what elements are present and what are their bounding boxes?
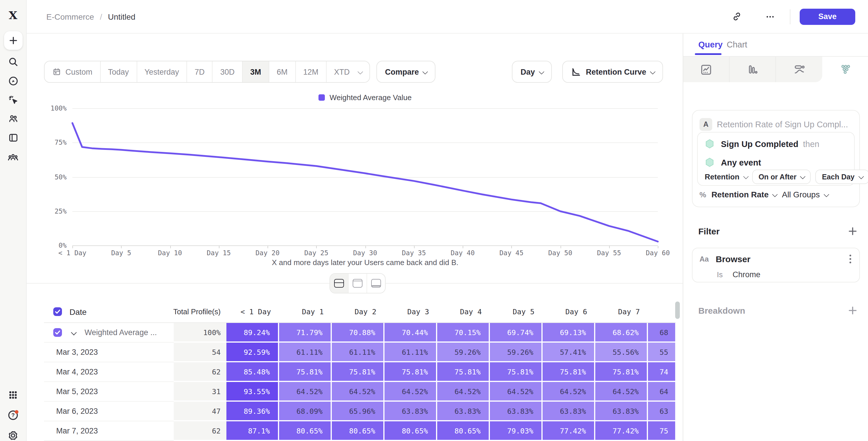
retention-cell[interactable]: 63.83% — [437, 402, 490, 421]
save-button[interactable]: Save — [800, 8, 855, 25]
event-a-name[interactable]: Sign Up Completed — [721, 139, 798, 149]
retention-cell[interactable]: 69.74% — [490, 323, 542, 343]
chart-legend[interactable]: Weighted Average Value — [72, 93, 658, 102]
retention-cell[interactable]: 63 — [648, 402, 675, 421]
filter-property[interactable]: Browser — [716, 254, 750, 264]
retention-cell[interactable]: 71.79% — [279, 323, 332, 343]
retention-cell[interactable]: 65.96% — [332, 402, 384, 421]
retention-cell[interactable]: 64.52% — [490, 382, 542, 402]
tab-query[interactable]: Query — [698, 33, 723, 56]
share-link-icon[interactable] — [728, 8, 745, 25]
retention-cell[interactable]: 75.81% — [595, 362, 648, 382]
retention-cell[interactable]: 74 — [648, 362, 675, 382]
query-title[interactable]: Retention Rate of Sign Up Compl... — [717, 120, 854, 129]
table-scrollbar[interactable] — [675, 302, 680, 319]
expand-chevron-icon[interactable] — [71, 329, 77, 335]
range-xtd[interactable]: XTD — [327, 61, 369, 82]
breadcrumb-section[interactable]: E-Commerce — [46, 12, 94, 21]
retention-cell[interactable]: 57.41% — [542, 343, 595, 362]
type-tab-line-chart-icon[interactable] — [683, 57, 730, 82]
tab-chart[interactable]: Chart — [727, 33, 747, 56]
range-12m[interactable]: 12M — [296, 61, 327, 82]
filter-card[interactable]: Aa Browser Is Chrome — [692, 248, 860, 282]
retention-cell[interactable]: 64.52% — [384, 382, 437, 402]
retention-cell[interactable]: 64.52% — [595, 382, 648, 402]
users-icon[interactable] — [6, 112, 20, 126]
groups-dropdown[interactable]: All Groups — [782, 190, 828, 199]
retention-cell[interactable]: 85.48% — [226, 362, 279, 382]
add-breakdown-button[interactable] — [846, 305, 858, 316]
retention-cell[interactable]: 70.44% — [384, 323, 437, 343]
retention-cell[interactable]: 69.13% — [542, 323, 595, 343]
retention-mode-dropdown[interactable]: Retention — [705, 172, 748, 181]
filter-value[interactable]: Chrome — [733, 270, 760, 279]
retention-cell[interactable]: 75.81% — [542, 362, 595, 382]
measure-dropdown[interactable]: Retention Rate — [711, 190, 777, 199]
more-options-icon[interactable] — [762, 8, 778, 25]
view-table-only-icon[interactable] — [367, 274, 385, 293]
granularity-dropdown[interactable]: Day — [512, 61, 552, 83]
retention-cell[interactable]: 77.42% — [595, 421, 648, 441]
view-split-icon[interactable] — [330, 274, 349, 293]
view-chart-only-icon[interactable] — [349, 274, 367, 293]
retention-cell[interactable]: 59.26% — [437, 343, 490, 362]
retention-cell[interactable]: 68.09% — [279, 402, 332, 421]
click-spark-icon[interactable] — [6, 93, 20, 107]
retention-cell[interactable]: 80.65% — [384, 421, 437, 441]
retention-cell[interactable]: 70.15% — [437, 323, 490, 343]
retention-cell[interactable]: 68 — [648, 323, 675, 343]
retention-cell[interactable]: 55.56% — [595, 343, 648, 362]
retention-cell[interactable]: 61.11% — [384, 343, 437, 362]
settings-gear-icon[interactable] — [6, 428, 20, 441]
retention-cell[interactable]: 77.42% — [542, 421, 595, 441]
create-new-button[interactable] — [4, 31, 22, 50]
retention-cell[interactable]: 89.36% — [226, 402, 279, 421]
type-tab-bar-chart-icon[interactable] — [730, 57, 776, 82]
search-icon[interactable] — [6, 55, 20, 69]
type-tab-flow-icon[interactable] — [776, 57, 822, 82]
retention-cell[interactable]: 80.65% — [437, 421, 490, 441]
retention-cell[interactable]: 63.83% — [542, 402, 595, 421]
retention-cell[interactable]: 70.88% — [332, 323, 384, 343]
event-b-name[interactable]: Any event — [721, 158, 761, 167]
row-checkbox[interactable] — [53, 328, 62, 337]
help-icon[interactable]: ? — [6, 408, 20, 422]
filter-kebab-icon[interactable] — [849, 255, 851, 263]
range-today[interactable]: Today — [100, 61, 137, 82]
retention-cell[interactable]: 63.83% — [490, 402, 542, 421]
retention-cell[interactable]: 59.26% — [490, 343, 542, 362]
range-3m[interactable]: 3M — [243, 61, 269, 82]
retention-cell[interactable]: 64.52% — [437, 382, 490, 402]
retention-cell[interactable]: 80.65% — [332, 421, 384, 441]
retention-cell[interactable]: 75.81% — [279, 362, 332, 382]
retention-cell[interactable]: 64.52% — [332, 382, 384, 402]
retention-cell[interactable]: 75 — [648, 421, 675, 441]
interval-dropdown[interactable]: Each Day — [815, 169, 868, 184]
retention-cell[interactable]: 64.52% — [279, 382, 332, 402]
retention-cell[interactable]: 75.81% — [490, 362, 542, 382]
retention-cell[interactable]: 75.81% — [384, 362, 437, 382]
range-30d[interactable]: 30D — [213, 61, 243, 82]
compass-icon[interactable] — [6, 74, 20, 88]
app-logo-icon[interactable]: X — [9, 9, 18, 22]
range-6m[interactable]: 6M — [269, 61, 296, 82]
retention-cell[interactable]: 63.83% — [595, 402, 648, 421]
window-dropdown[interactable]: On or After — [752, 169, 811, 184]
retention-cell[interactable]: 63.83% — [384, 402, 437, 421]
panel-columns-icon[interactable] — [6, 131, 20, 145]
retention-cell[interactable]: 92.59% — [226, 343, 279, 362]
retention-cell[interactable]: 64.52% — [542, 382, 595, 402]
type-tab-retention-dots-icon[interactable] — [822, 57, 868, 82]
retention-cell[interactable]: 93.55% — [226, 382, 279, 402]
people-group-icon[interactable] — [6, 151, 20, 164]
retention-cell[interactable]: 75.81% — [437, 362, 490, 382]
retention-cell[interactable]: 68.62% — [595, 323, 648, 343]
retention-cell[interactable]: 80.65% — [279, 421, 332, 441]
select-all-checkbox[interactable] — [53, 307, 62, 316]
retention-cell[interactable]: 89.24% — [226, 323, 279, 343]
add-filter-button[interactable] — [846, 225, 858, 237]
retention-cell[interactable]: 75.81% — [332, 362, 384, 382]
breadcrumb-page-title[interactable]: Untitled — [108, 12, 135, 21]
retention-cell[interactable]: 55 — [648, 343, 675, 362]
range-7d[interactable]: 7D — [187, 61, 213, 82]
